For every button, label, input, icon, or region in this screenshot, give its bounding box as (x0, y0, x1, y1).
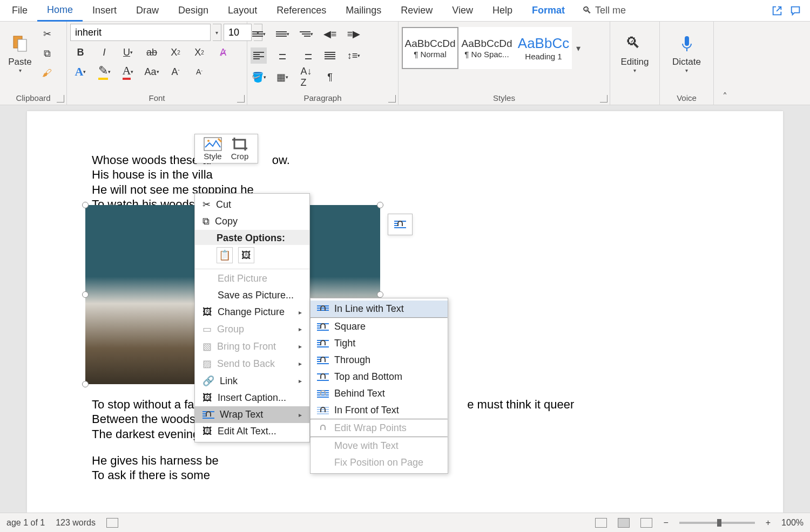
highlight-button[interactable]: ✎▾ (96, 64, 112, 80)
font-color-button[interactable]: A▾ (120, 64, 136, 80)
cut-button[interactable]: ✂ (39, 26, 55, 42)
tab-help[interactable]: Help (483, 1, 522, 21)
clipboard-launcher[interactable] (57, 95, 64, 103)
ctx-cut[interactable]: ✂Cut (195, 196, 309, 213)
numbering-button[interactable]: ▾ (274, 26, 291, 42)
zoom-level[interactable]: 100% (781, 518, 804, 528)
strikethrough-button[interactable]: ab (144, 44, 160, 60)
style-heading1[interactable]: AaBbCc Heading 1 (515, 27, 572, 69)
justify-button[interactable] (322, 47, 338, 64)
editing-button[interactable]: 🔍︎ Editing ▾ (613, 24, 656, 83)
change-case-button[interactable]: Aa▾ (144, 64, 160, 80)
ctx-wrap-text[interactable]: Wrap Text▸ (195, 406, 309, 423)
tab-design[interactable]: Design (168, 1, 218, 21)
read-mode-button[interactable] (595, 518, 607, 528)
scissors-icon: ✂ (202, 199, 211, 210)
decrease-indent-button[interactable]: ◀≡ (322, 26, 338, 42)
web-layout-button[interactable] (640, 518, 652, 528)
ctx-save-as-picture[interactable]: Save as Picture... (195, 287, 309, 304)
tab-home[interactable]: Home (37, 0, 83, 22)
ctx-edit-alt-text[interactable]: 🖼Edit Alt Text... (195, 423, 309, 440)
picture-style-button[interactable]: Style (200, 137, 225, 161)
resize-handle-sw[interactable] (82, 381, 89, 387)
font-name-dropdown[interactable]: ▾ (213, 24, 221, 41)
line-spacing-button[interactable]: ↕≡▾ (346, 47, 362, 64)
align-center-button[interactable] (274, 47, 291, 64)
clear-format-button[interactable]: A̷ (215, 44, 231, 60)
zoom-thumb[interactable] (717, 519, 721, 527)
shrink-font-button[interactable]: Aˇ (191, 64, 207, 80)
dictate-label: Dictate (672, 57, 701, 67)
zoom-out-button[interactable]: − (663, 518, 668, 528)
ctx-insert-caption[interactable]: 🖼Insert Caption... (195, 390, 309, 406)
font-launcher[interactable] (237, 95, 245, 103)
zoom-slider[interactable] (679, 522, 755, 524)
wrap-in-front[interactable]: In Front of Text (310, 402, 448, 419)
bold-button[interactable]: B (72, 44, 89, 60)
tab-view[interactable]: View (442, 1, 483, 21)
tab-insert[interactable]: Insert (83, 1, 126, 21)
ribbon-collapse[interactable]: ˄ (714, 22, 735, 105)
wrap-inline[interactable]: In Line with Text (310, 301, 448, 317)
style-normal[interactable]: AaBbCcDd ¶ Normal (402, 27, 458, 69)
layout-options-button[interactable] (388, 214, 413, 235)
group-font: inherit ▾ 10 ▾ B I U▾ ab X2 X2 A̷ A▾ ✎▾ … (67, 22, 247, 105)
borders-button[interactable]: ▦▾ (274, 69, 291, 85)
comments-icon[interactable] (789, 5, 801, 17)
ctx-copy[interactable]: ⧉Copy (195, 213, 309, 230)
tab-format[interactable]: Format (522, 1, 575, 21)
styles-expand-button[interactable]: ▾ (572, 27, 585, 69)
style-nospacing[interactable]: AaBbCcDd ¶ No Spac... (458, 27, 515, 69)
grow-font-button[interactable]: Aˆ (167, 64, 184, 80)
tab-layout[interactable]: Layout (218, 1, 267, 21)
underline-button[interactable]: U▾ (120, 44, 136, 60)
font-name-combo[interactable]: inherit (70, 24, 211, 41)
increase-indent-button[interactable]: ≡▶ (346, 26, 362, 42)
tab-mailings[interactable]: Mailings (336, 1, 391, 21)
crop-icon (230, 137, 249, 152)
italic-button[interactable]: I (96, 44, 112, 60)
ctx-link[interactable]: 🔗Link▸ (195, 372, 309, 390)
crop-button[interactable]: Crop (227, 137, 252, 161)
resize-handle-w[interactable] (82, 291, 89, 298)
show-hide-button[interactable]: ¶ (322, 69, 338, 85)
text-effects-button[interactable]: A▾ (72, 64, 89, 80)
wrap-behind[interactable]: Behind Text (310, 385, 448, 402)
tab-draw[interactable]: Draw (126, 1, 168, 21)
spellcheck-icon[interactable] (106, 518, 118, 528)
shading-button[interactable]: 🪣▾ (251, 69, 267, 85)
resize-handle-e[interactable] (377, 291, 383, 298)
tell-me-search[interactable]: 🔍︎ Tell me (575, 5, 633, 16)
share-icon[interactable] (771, 5, 783, 17)
paste-keep-source-button[interactable]: 📋 (217, 247, 233, 263)
multilevel-button[interactable]: ▾ (298, 26, 314, 42)
tab-review[interactable]: Review (391, 1, 442, 21)
sort-button[interactable]: A↓Z (298, 69, 314, 85)
copy-button[interactable]: ⧉ (39, 45, 55, 62)
dictate-button[interactable]: Dictate ▾ (663, 24, 710, 83)
styles-launcher[interactable] (600, 95, 608, 103)
paragraph-group-label: Paragraph (251, 92, 395, 104)
paste-button[interactable]: Paste ▾ (3, 24, 37, 83)
subscript-button[interactable]: X2 (167, 44, 184, 60)
align-right-button[interactable] (298, 47, 314, 64)
print-layout-button[interactable] (618, 518, 630, 528)
wrap-top-bottom[interactable]: Top and Bottom (310, 369, 448, 385)
paste-picture-button[interactable]: 🖼 (238, 247, 254, 263)
zoom-in-button[interactable]: + (766, 518, 771, 528)
tab-file[interactable]: File (2, 1, 37, 21)
resize-handle-ne[interactable] (377, 202, 383, 208)
page-indicator[interactable]: age 1 of 1 (6, 518, 45, 528)
wrap-square[interactable]: Square (310, 318, 448, 335)
wrap-tight[interactable]: Tight (310, 335, 448, 352)
wrap-through[interactable]: Through (310, 352, 448, 369)
format-painter-button[interactable]: 🖌 (39, 65, 55, 81)
resize-handle-nw[interactable] (82, 202, 89, 208)
ctx-change-picture[interactable]: 🖼Change Picture▸ (195, 304, 309, 320)
word-count[interactable]: 123 words (56, 518, 96, 528)
align-left-button[interactable] (251, 47, 267, 64)
tab-references[interactable]: References (267, 1, 336, 21)
paragraph-launcher[interactable] (388, 95, 396, 103)
superscript-button[interactable]: X2 (191, 44, 207, 60)
bullets-button[interactable]: ▾ (251, 26, 267, 42)
